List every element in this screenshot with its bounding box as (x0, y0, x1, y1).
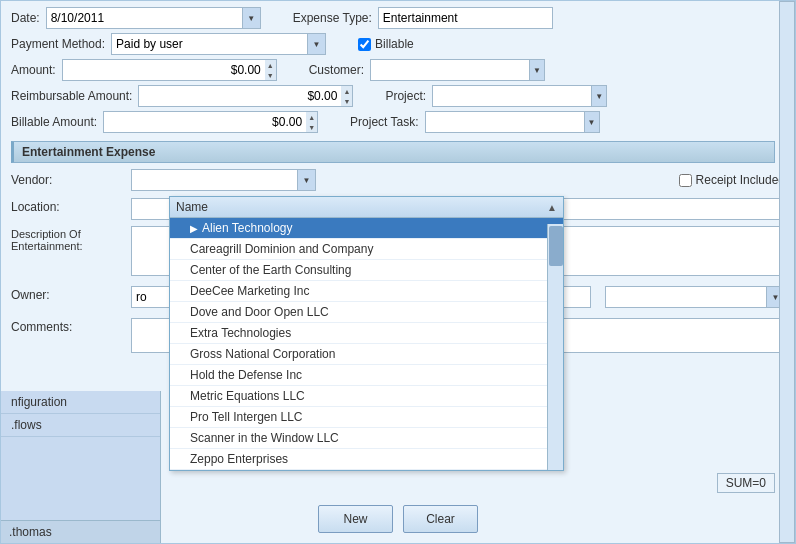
project-task-dropdown-btn[interactable]: ▼ (584, 112, 599, 132)
expense-type-label: Expense Type: (293, 11, 372, 25)
date-field[interactable]: ▼ (46, 7, 261, 29)
vendor-input[interactable] (132, 170, 297, 190)
payment-method-field[interactable]: ▼ (111, 33, 326, 55)
billable-amount-down-btn[interactable]: ▼ (306, 122, 317, 132)
payment-method-dropdown-btn[interactable]: ▼ (307, 34, 325, 54)
receipt-row: Receipt Included (679, 173, 785, 187)
dropdown-item[interactable]: Dove and Door Open LLC (170, 302, 563, 323)
reimbursable-down-btn[interactable]: ▼ (341, 96, 352, 106)
dropdown-item[interactable]: Careagrill Dominion and Company (170, 239, 563, 260)
project-field[interactable]: ▼ (432, 85, 607, 107)
dropdown-item[interactable]: Metric Equations LLC (170, 386, 563, 407)
dropdown-item[interactable]: Zeppo Enterprises (170, 449, 563, 470)
comments-label: Comments: (11, 318, 121, 334)
dropdown-item[interactable]: ▶Alien Technology (170, 218, 563, 239)
entertainment-section-label: Entertainment Expense (22, 145, 155, 159)
owner-label: Owner: (11, 286, 121, 302)
dropdown-scrollbar[interactable] (547, 224, 563, 470)
dropdown-item[interactable]: Gross National Corporation (170, 344, 563, 365)
receipt-label: Receipt Included (696, 173, 785, 187)
dropdown-item[interactable]: Extra Technologies (170, 323, 563, 344)
owner-dropdown-input[interactable] (606, 287, 766, 307)
vendor-dropdown-list: Name ▲ ▶Alien TechnologyCareagrill Domin… (169, 196, 564, 471)
vendor-field[interactable]: ▼ (131, 169, 316, 191)
amount-down-btn[interactable]: ▼ (265, 70, 276, 80)
sidebar-bottom-user-label: .thomas (9, 525, 52, 539)
sidebar-item-flows-label: .flows (11, 418, 42, 432)
sum-area: SUM=0 (717, 473, 775, 493)
amount-input[interactable] (62, 59, 265, 81)
billable-amount-up-btn[interactable]: ▲ (306, 112, 317, 122)
amount-field: ▲ ▼ (62, 59, 277, 81)
expense-type-input[interactable] (378, 7, 553, 29)
dropdown-item-label: Careagrill Dominion and Company (190, 242, 373, 256)
dropdown-item[interactable]: Hold the Defense Inc (170, 365, 563, 386)
payment-method-label: Payment Method: (11, 37, 105, 51)
dropdown-item[interactable]: Scanner in the Window LLC (170, 428, 563, 449)
dropdown-item-label: Center of the Earth Consulting (190, 263, 351, 277)
billable-amount-field: ▲ ▼ (103, 111, 318, 133)
dropdown-item[interactable]: Pro Tell Intergen LLC (170, 407, 563, 428)
customer-label: Customer: (309, 63, 364, 77)
payment-method-input[interactable] (112, 34, 307, 54)
owner-dropdown[interactable]: ▼ (605, 286, 785, 308)
billable-amount-input[interactable] (103, 111, 306, 133)
reimbursable-field: ▲ ▼ (138, 85, 353, 107)
sidebar: User: robert.thomas nfiguration .flows .… (1, 391, 161, 543)
dropdown-item-label: Hold the Defense Inc (190, 368, 302, 382)
reimbursable-label: Reimbursable Amount: (11, 89, 132, 103)
dropdown-list: ▶Alien TechnologyCareagrill Dominion and… (170, 218, 563, 470)
amount-label: Amount: (11, 63, 56, 77)
customer-dropdown-btn[interactable]: ▼ (529, 60, 544, 80)
billable-amount-label: Billable Amount: (11, 115, 97, 129)
sum-label: SUM=0 (726, 476, 766, 490)
sidebar-item-configuration-label: nfiguration (11, 395, 67, 409)
customer-field[interactable]: ▼ (370, 59, 545, 81)
dropdown-item-label: Gross National Corporation (190, 347, 335, 361)
project-input[interactable] (433, 86, 591, 106)
reimbursable-up-btn[interactable]: ▲ (341, 86, 352, 96)
dropdown-item-label: Scanner in the Window LLC (190, 431, 339, 445)
new-button[interactable]: New (318, 505, 393, 533)
dropdown-item[interactable]: Center of the Earth Consulting (170, 260, 563, 281)
project-dropdown-btn[interactable]: ▼ (591, 86, 606, 106)
dropdown-item[interactable]: DeeCee Marketing Inc (170, 281, 563, 302)
reimbursable-spin: ▲ ▼ (341, 85, 353, 107)
vendor-label: Vendor: (11, 173, 121, 187)
billable-checkbox[interactable] (358, 38, 371, 51)
sidebar-item-configuration[interactable]: nfiguration (1, 391, 160, 414)
clear-button[interactable]: Clear (403, 505, 478, 533)
receipt-checkbox[interactable] (679, 174, 692, 187)
billable-amount-spin: ▲ ▼ (306, 111, 318, 133)
date-label: Date: (11, 11, 40, 25)
dropdown-item-label: Dove and Door Open LLC (190, 305, 329, 319)
customer-input[interactable] (371, 60, 529, 80)
project-task-input[interactable] (426, 112, 584, 132)
vendor-row: Vendor: ▼ Receipt Included (1, 165, 795, 195)
vendor-dropdown-btn[interactable]: ▼ (297, 170, 315, 190)
dropdown-header: Name ▲ (170, 197, 563, 218)
project-task-label: Project Task: (350, 115, 418, 129)
billable-checkbox-row: Billable (358, 37, 414, 51)
amount-up-btn[interactable]: ▲ (265, 60, 276, 70)
dropdown-item-label: Alien Technology (202, 221, 293, 235)
main-panel: Date: ▼ Expense Type: Payment Method: ▼ … (0, 0, 796, 544)
selected-arrow-icon: ▶ (190, 223, 198, 234)
sidebar-bottom-user: .thomas (1, 520, 160, 543)
dropdown-column-name: Name (176, 200, 208, 214)
date-input[interactable] (47, 8, 242, 28)
sort-icon: ▲ (547, 202, 557, 213)
dropdown-item-label: Metric Equations LLC (190, 389, 305, 403)
project-task-field[interactable]: ▼ (425, 111, 600, 133)
amount-spin: ▲ ▼ (265, 59, 277, 81)
dropdown-scroll-thumb (549, 226, 563, 266)
right-scrollbar[interactable] (779, 1, 795, 543)
dropdown-item-label: DeeCee Marketing Inc (190, 284, 309, 298)
dropdown-item-label: Zeppo Enterprises (190, 452, 288, 466)
entertainment-section-header: Entertainment Expense (11, 141, 775, 163)
dropdown-item-label: Extra Technologies (190, 326, 291, 340)
reimbursable-input[interactable] (138, 85, 341, 107)
sidebar-item-flows[interactable]: .flows (1, 414, 160, 437)
project-label: Project: (385, 89, 426, 103)
date-dropdown-btn[interactable]: ▼ (242, 8, 260, 28)
